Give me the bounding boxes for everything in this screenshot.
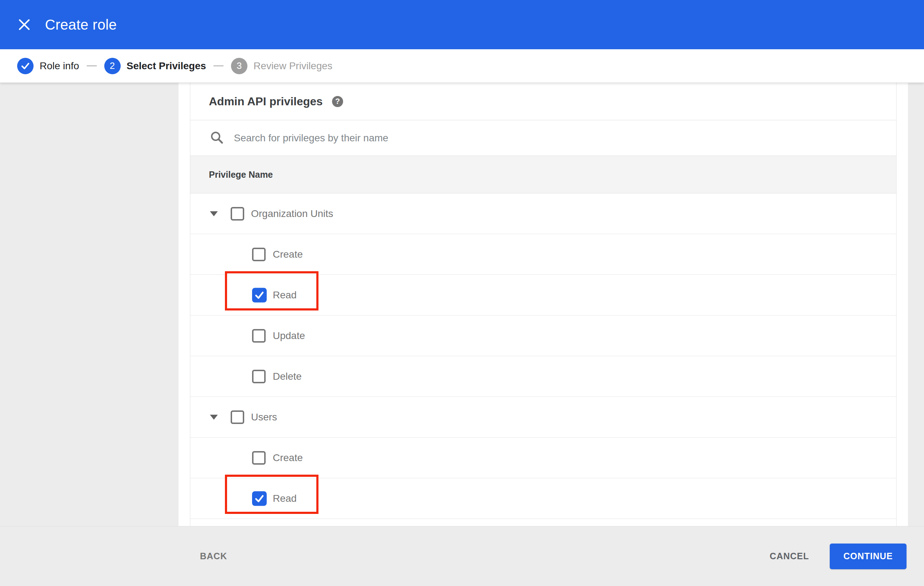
table-header-label: Privilege Name <box>209 170 273 180</box>
help-icon[interactable]: ? <box>332 96 343 107</box>
search-row <box>190 120 896 156</box>
privilege-row-create: Create <box>190 234 896 275</box>
privilege-row-organization-units: Organization Units <box>190 193 896 234</box>
appbar: Create role <box>0 0 924 49</box>
privileges-panel: Admin API privileges ? Privilege Name <box>190 83 896 526</box>
privileges-card: Admin API privileges ? Privilege Name <box>178 83 908 526</box>
step3-number: 3 <box>231 58 248 74</box>
red-highlight-box <box>225 475 318 514</box>
step-select-privileges[interactable]: 2 Select Privileges <box>104 58 206 74</box>
footer-bar: BACK CANCEL CONTINUE <box>0 526 924 586</box>
privilege-row-users: Users <box>190 397 896 438</box>
step3-label: Review Privileges <box>254 60 332 72</box>
table-header: Privilege Name <box>190 156 896 193</box>
cancel-button[interactable]: CANCEL <box>770 551 809 561</box>
collapse-arrow-icon[interactable] <box>210 211 218 216</box>
step2-label: Select Privileges <box>127 60 206 72</box>
continue-button[interactable]: CONTINUE <box>830 543 906 569</box>
privilege-checkbox[interactable] <box>252 491 267 506</box>
privilege-label: Delete <box>273 371 302 382</box>
red-highlight-box <box>225 271 318 311</box>
privilege-checkbox[interactable] <box>252 370 266 383</box>
privilege-label: Read <box>273 493 297 504</box>
close-icon[interactable] <box>13 14 35 35</box>
step-role-info[interactable]: Role info <box>17 58 79 74</box>
privilege-row-read: Read <box>190 275 896 316</box>
privilege-checkbox[interactable] <box>252 329 266 342</box>
collapse-arrow-icon[interactable] <box>210 415 218 420</box>
privilege-checkbox[interactable] <box>252 248 266 261</box>
privilege-row-delete: Delete <box>190 356 896 397</box>
privilege-table-body: Organization Units Create Read Update De… <box>190 193 896 519</box>
footer-actions: CANCEL CONTINUE <box>770 543 924 569</box>
privilege-checkbox[interactable] <box>231 207 244 221</box>
privilege-row-update: Update <box>190 316 896 356</box>
panel-heading: Admin API privileges ? <box>190 83 896 120</box>
search-input[interactable] <box>234 132 769 144</box>
step1-check-icon <box>17 58 33 74</box>
privilege-label: Create <box>273 452 303 464</box>
step-connector <box>213 65 223 66</box>
privilege-checkbox[interactable] <box>252 288 267 302</box>
page-body: Admin API privileges ? Privilege Name <box>0 83 924 526</box>
step-connector <box>87 65 97 66</box>
stepper: Role info 2 Select Privileges 3 Review P… <box>0 49 924 83</box>
section-title: Admin API privileges <box>209 95 323 108</box>
privilege-checkbox[interactable] <box>252 451 266 465</box>
step1-label: Role info <box>40 60 79 72</box>
privilege-label: Read <box>273 290 297 301</box>
step2-number: 2 <box>104 58 120 74</box>
search-icon <box>210 130 224 146</box>
page-title: Create role <box>45 17 117 33</box>
step-review-privileges[interactable]: 3 Review Privileges <box>231 58 332 74</box>
privilege-label: Users <box>251 412 277 423</box>
privilege-row-create: Create <box>190 438 896 478</box>
back-button[interactable]: BACK <box>200 551 227 561</box>
privilege-label: Organization Units <box>251 208 333 219</box>
privilege-checkbox[interactable] <box>231 410 244 424</box>
privilege-row-read: Read <box>190 478 896 519</box>
privilege-label: Update <box>273 330 305 342</box>
table-bottom-strip <box>190 519 896 526</box>
privilege-label: Create <box>273 249 303 260</box>
